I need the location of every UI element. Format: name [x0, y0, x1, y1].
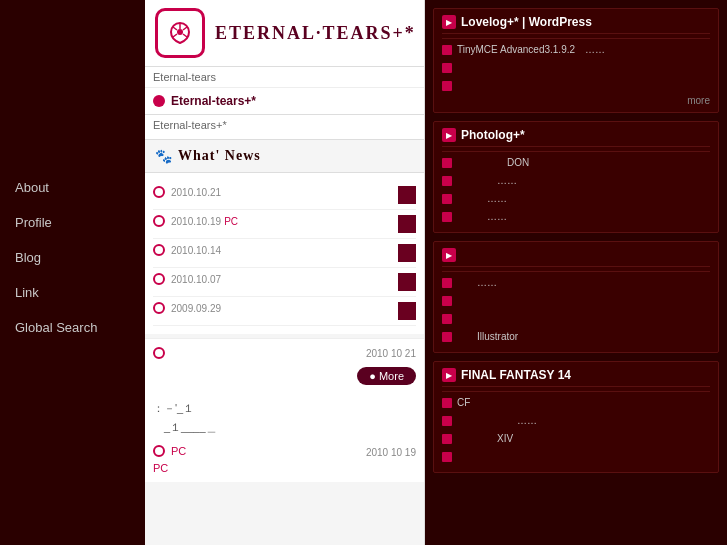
news-thumb	[398, 302, 416, 320]
widget-item-text: ……	[457, 192, 507, 206]
breadcrumb: Eternal-tears	[145, 67, 424, 88]
news-bullet-icon	[153, 302, 165, 314]
widget-item-text: CF	[457, 396, 520, 410]
left-nav: About Profile Blog Link Global Search	[0, 0, 145, 545]
news-bullet-icon	[153, 273, 165, 285]
widget-more-link[interactable]: more	[442, 95, 710, 106]
list-item[interactable]: ……	[442, 208, 710, 226]
post-meta-date: 2010 10 21	[171, 348, 416, 359]
widget-item-text: ……	[457, 210, 507, 224]
post-text-1: ：－'_１	[153, 397, 416, 420]
svg-line-5	[183, 34, 187, 37]
list-item[interactable]	[442, 292, 710, 310]
post-category-label: PC	[153, 462, 168, 474]
widget-misc-header: ▶	[442, 248, 710, 267]
list-item[interactable]: ……	[442, 412, 710, 430]
nav-profile[interactable]: Profile	[15, 215, 145, 230]
news-bullet-icon	[153, 186, 165, 198]
nav-blog[interactable]: Blog	[15, 250, 145, 265]
widget-item-text	[457, 294, 547, 308]
list-item[interactable]: 2010.10.07	[153, 268, 416, 297]
list-item[interactable]: TinyMCE Advanced3.1.9.2 ……	[442, 41, 710, 59]
sub-nav-title: Eternal-tears+*	[171, 94, 256, 108]
list-item[interactable]	[442, 448, 710, 466]
news-bullet-icon	[153, 215, 165, 227]
news-section-title: What' News	[178, 148, 261, 164]
news-icon: 🐾	[155, 148, 172, 164]
widget-item-icon	[442, 452, 452, 462]
nav-link[interactable]: Link	[15, 285, 145, 300]
news-thumb	[398, 244, 416, 262]
widget-item-icon	[442, 176, 452, 186]
widget-item-text	[457, 79, 577, 93]
list-item[interactable]: ……	[442, 274, 710, 292]
logo-icon	[155, 8, 205, 58]
widget-item-text	[457, 450, 547, 464]
widget-item-text: Illustrator	[457, 330, 568, 344]
list-item[interactable]	[442, 310, 710, 328]
site-title: ETERNAL·TEARS+*	[215, 23, 416, 44]
widget-item-icon	[442, 158, 452, 168]
svg-line-3	[183, 27, 187, 30]
list-item[interactable]: 2010.10.21	[153, 181, 416, 210]
right-sidebar: ▶ Lovelog+* | WordPress TinyMCE Advanced…	[425, 0, 727, 545]
sub-nav: Eternal-tears+*	[145, 88, 424, 115]
widget-photolog-header: ▶ Photolog+*	[442, 128, 710, 147]
widget-item-icon	[442, 332, 452, 342]
widget-misc: ▶ …… Illustrator	[433, 241, 719, 353]
list-item[interactable]: ……	[442, 172, 710, 190]
breadcrumb-label: Eternal-tears	[153, 71, 216, 83]
list-item[interactable]: Illustrator	[442, 328, 710, 346]
svg-line-2	[173, 27, 177, 30]
svg-line-4	[173, 34, 177, 37]
post-bullet-icon	[153, 347, 165, 359]
widget-item-icon	[442, 296, 452, 306]
widget-ff14-title: FINAL FANTASY 14	[461, 368, 571, 382]
rss-icon: ▶	[442, 15, 456, 29]
news-list: 2010.10.21 2010.10.19 PC 2010.10.14 2010…	[145, 173, 424, 334]
widget-lovelog-title: Lovelog+* | WordPress	[461, 15, 592, 29]
list-item[interactable]: 2010.10.14	[153, 239, 416, 268]
rss-icon: ▶	[442, 128, 456, 142]
list-item[interactable]	[442, 77, 710, 95]
list-item[interactable]	[442, 59, 710, 77]
widget-photolog: ▶ Photolog+* DON …… …… ……	[433, 121, 719, 233]
widget-item-icon	[442, 63, 452, 73]
list-item[interactable]: XIV	[442, 430, 710, 448]
widget-item-text	[457, 61, 577, 75]
widget-item-icon	[442, 434, 452, 444]
sub-nav-subtitle: Eternal-tears+*	[145, 115, 424, 140]
news-section-header: 🐾 What' News	[145, 140, 424, 173]
post-bullet-icon2	[153, 445, 165, 457]
widget-item-text: ……	[457, 276, 497, 290]
widget-lovelog: ▶ Lovelog+* | WordPress TinyMCE Advanced…	[433, 8, 719, 113]
widget-item-icon	[442, 81, 452, 91]
nav-global-search[interactable]: Global Search	[15, 320, 145, 335]
list-item[interactable]: CF	[442, 394, 710, 412]
widget-item-icon	[442, 212, 452, 222]
widget-item-icon	[442, 314, 452, 324]
rss-icon: ▶	[442, 248, 456, 262]
svg-point-0	[177, 29, 183, 35]
post-detail: 2010 10 21 ● More ：－'_１ _１____＿ PC 2010 …	[145, 338, 424, 482]
list-item[interactable]: ……	[442, 190, 710, 208]
widget-photolog-title: Photolog+*	[461, 128, 525, 142]
widget-item-text: DON	[457, 156, 529, 170]
widget-item-text	[457, 312, 547, 326]
widget-item-icon	[442, 45, 452, 55]
widget-item-icon	[442, 194, 452, 204]
news-thumb	[398, 273, 416, 291]
more-button[interactable]: ● More	[357, 367, 416, 385]
list-item[interactable]: 2009.09.29	[153, 297, 416, 326]
widget-item-icon	[442, 416, 452, 426]
news-thumb	[398, 215, 416, 233]
nav-about[interactable]: About	[15, 180, 145, 195]
widget-item-text: XIV	[457, 432, 553, 446]
list-item[interactable]: DON	[442, 154, 710, 172]
sub-nav-icon	[153, 95, 165, 107]
news-bullet-icon	[153, 244, 165, 256]
main-content: ETERNAL·TEARS+* Eternal-tears Eternal-te…	[145, 0, 425, 545]
post-footer-date: 2010 10 19	[192, 447, 416, 458]
list-item[interactable]: 2010.10.19 PC	[153, 210, 416, 239]
widget-item-text: ……	[457, 414, 537, 428]
